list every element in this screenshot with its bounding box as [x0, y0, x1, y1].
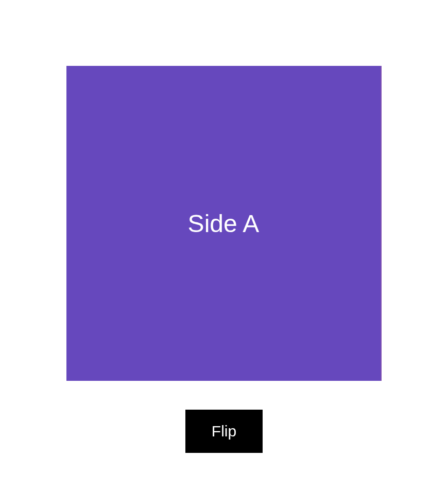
flip-button[interactable]: Flip: [185, 410, 263, 453]
flip-card: Side A: [66, 66, 382, 381]
flip-button-label: Flip: [212, 423, 236, 440]
card-side-label: Side A: [188, 209, 260, 238]
